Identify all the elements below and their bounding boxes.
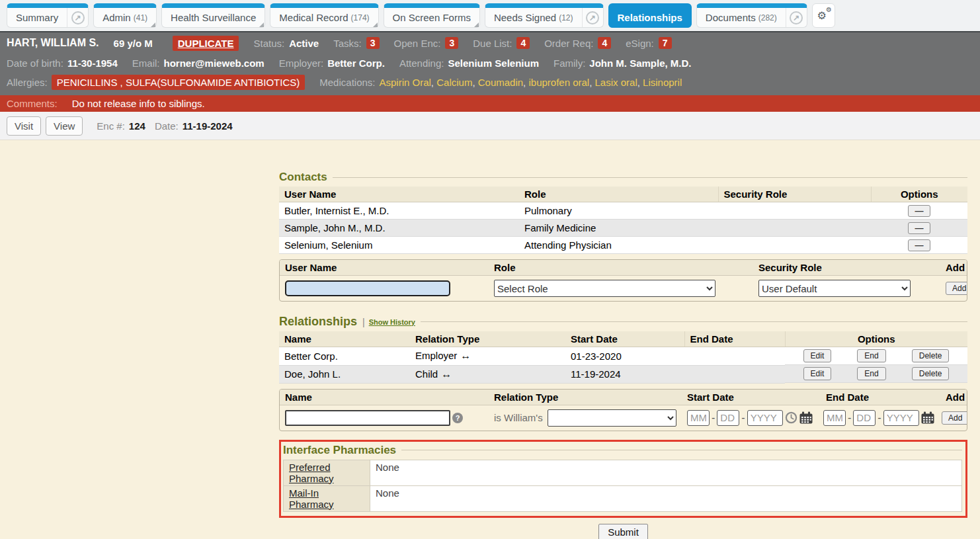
attending-label: Attending:: [399, 58, 444, 69]
patient-info-line-2: Allergies: PENICILLINS , SULFA(SULFONAMI…: [7, 73, 980, 92]
end-month-input[interactable]: [823, 410, 846, 426]
clock-icon[interactable]: [785, 411, 797, 424]
mail-in-pharmacy-link[interactable]: Mail-In Pharmacy: [289, 487, 334, 510]
end-relationship-button[interactable]: End: [857, 349, 885, 362]
comments-text: Do not release info to siblings.: [72, 98, 205, 109]
add-contact-button[interactable]: Add: [946, 282, 967, 295]
contact-role-select[interactable]: Select Role: [494, 280, 715, 297]
due-list-count-badge[interactable]: 4: [516, 37, 530, 49]
pharmacy-row: Preferred Pharmacy None: [284, 460, 962, 485]
medication-link[interactable]: Lasix oral: [589, 77, 637, 88]
relationships-table: Name Relation Type Start Date End Date O…: [279, 331, 967, 384]
enc-date-value: 11-19-2024: [183, 120, 233, 132]
allergy-chip[interactable]: PENICILLINS , SULFA(SULFONAMIDE ANTIBIOT…: [52, 75, 306, 90]
add-relationship-button[interactable]: Add: [942, 411, 967, 425]
end-day-input[interactable]: [853, 410, 876, 426]
tab-count: (41): [134, 13, 147, 22]
relationship-start-date: 11-19-2024: [565, 365, 684, 383]
relationships-legend: Relationships | Show History: [279, 315, 967, 329]
order-req-count-badge[interactable]: 4: [598, 37, 611, 49]
employer-label: Employer:: [279, 58, 324, 69]
relationships-col-options: Options: [785, 331, 967, 347]
enc-number-label: Enc #:: [97, 120, 125, 132]
remove-contact-button[interactable]: —: [908, 239, 930, 251]
medication-link[interactable]: Calcium: [431, 77, 473, 88]
end-year-input[interactable]: [883, 410, 919, 426]
contacts-col-options: Options: [871, 187, 967, 202]
contact-user-name-input[interactable]: [285, 280, 450, 296]
popout-button[interactable]: ↗: [67, 8, 88, 27]
attending-value: Selenium Selenium: [448, 58, 539, 69]
tab-label: Medical Record: [279, 12, 348, 23]
medication-link[interactable]: Aspirin Oral: [380, 77, 431, 88]
contacts-col-user-name: User Name: [279, 187, 519, 202]
tab-label: Documents: [706, 12, 756, 23]
submit-button[interactable]: Submit: [598, 524, 648, 539]
popout-button[interactable]: ↗: [582, 8, 603, 27]
open-enc-count-badge[interactable]: 3: [445, 37, 458, 49]
patient-age-sex: 69 y/o M: [114, 38, 153, 49]
help-icon[interactable]: ?: [452, 413, 463, 423]
tab-relationships[interactable]: Relationships: [608, 3, 692, 28]
contact-security-role-select[interactable]: User Default: [758, 280, 911, 297]
start-month-input[interactable]: [687, 410, 710, 426]
dob-label: Date of birth:: [7, 58, 63, 69]
calendar-icon[interactable]: [799, 411, 813, 424]
medication-link[interactable]: Coumadin: [472, 77, 523, 88]
arrow-up-right-icon: ↗: [790, 11, 803, 24]
visit-button[interactable]: Visit: [7, 116, 41, 136]
esign-count-badge[interactable]: 7: [659, 37, 672, 49]
tab-health-surveillance[interactable]: Health Surveillance: [161, 3, 265, 28]
tasks-count-badge[interactable]: 3: [366, 37, 380, 49]
tab-needs-signed[interactable]: Needs Signed(12) ↗: [485, 3, 604, 28]
contacts-col-security-role: Security Role: [718, 187, 871, 202]
patient-info-line-1: Date of birth: 11-30-1954 Email: horner@…: [7, 54, 980, 73]
show-history-link[interactable]: Show History: [369, 318, 415, 326]
end-relationship-button[interactable]: End: [857, 367, 885, 380]
relationship-end-date: [684, 347, 785, 366]
allergies-label: Allergies:: [7, 77, 48, 88]
relationship-name: Doe, John L.: [279, 365, 410, 383]
main-content: Contacts User Name Role Security Role Op…: [0, 140, 980, 539]
edit-relationship-button[interactable]: Edit: [803, 349, 832, 362]
delete-relationship-button[interactable]: Delete: [912, 367, 950, 380]
remove-contact-button[interactable]: —: [908, 205, 930, 217]
tab-label: Needs Signed: [494, 12, 556, 23]
start-day-input[interactable]: [717, 410, 739, 426]
bidirectional-arrow-icon: ↔: [460, 350, 471, 361]
gear-icon: ⚙⚙: [817, 9, 827, 22]
calendar-icon[interactable]: [921, 411, 934, 424]
edit-relationship-button[interactable]: Edit: [803, 367, 832, 380]
relationship-end-date: [684, 365, 785, 383]
comments-bar: Comments: Do not release info to sibling…: [0, 95, 980, 112]
tab-summary[interactable]: Summary ↗: [7, 3, 89, 28]
settings-button[interactable]: ⚙⚙: [812, 3, 835, 28]
popout-button[interactable]: ↗: [786, 8, 807, 27]
add-relationship-col-relation-type: Relation Type: [489, 390, 682, 405]
tab-medical-record[interactable]: Medical Record(174): [270, 3, 378, 28]
add-contact-col-add: Add: [940, 260, 967, 275]
remove-contact-button[interactable]: —: [908, 222, 930, 234]
medication-link[interactable]: Lisinopril: [637, 77, 682, 88]
contact-role: Family Medicine: [519, 220, 718, 237]
medication-link[interactable]: ibuprofen oral: [523, 77, 589, 88]
dob-value: 11-30-1954: [67, 58, 118, 69]
start-year-input[interactable]: [747, 410, 783, 426]
add-relationship-box: Name Relation Type Start Date End Date A…: [279, 389, 967, 431]
tab-documents[interactable]: Documents(282) ↗: [696, 3, 807, 28]
relationship-name-input[interactable]: [285, 410, 450, 426]
add-contact-col-user-name: User Name: [280, 260, 489, 275]
preferred-pharmacy-value: None: [370, 460, 962, 485]
view-button[interactable]: View: [46, 116, 83, 136]
delete-relationship-button[interactable]: Delete: [912, 349, 950, 362]
duplicate-flag[interactable]: DUPLICATE: [173, 36, 239, 51]
relation-type-select[interactable]: [548, 409, 676, 427]
legend-divider: [421, 321, 967, 322]
tab-on-screen-forms[interactable]: On Screen Forms: [384, 3, 480, 28]
tab-admin[interactable]: Admin(41): [93, 3, 157, 28]
preferred-pharmacy-link[interactable]: Preferred Pharmacy: [289, 462, 334, 484]
contact-security-role: [718, 202, 871, 220]
contacts-table: User Name Role Security Role Options But…: [279, 187, 967, 254]
contact-row: Selenium, Selenium Attending Physician —: [279, 237, 967, 254]
contacts-col-role: Role: [519, 187, 718, 202]
